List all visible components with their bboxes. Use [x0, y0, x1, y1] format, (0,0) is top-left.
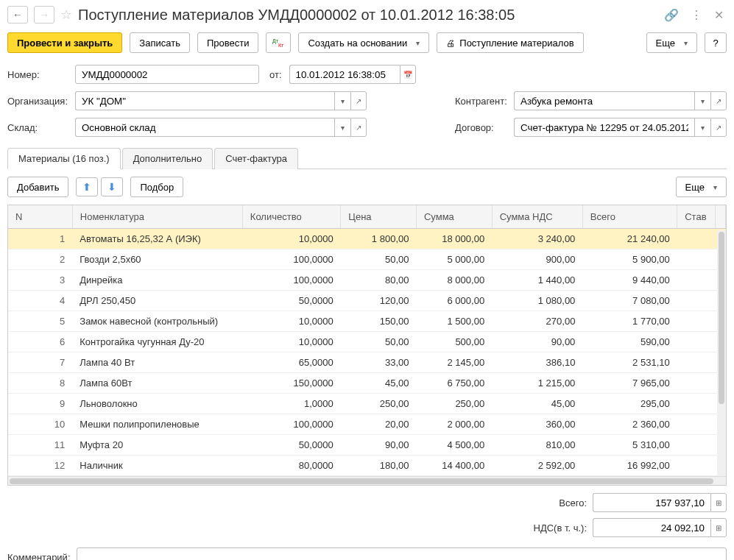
total-calc-icon[interactable]: ⊞ [710, 493, 727, 512]
arrow-down-icon: ⬇ [107, 181, 116, 193]
warehouse-label: Склад: [7, 122, 68, 133]
warehouse-input[interactable] [75, 118, 334, 137]
contract-open-icon[interactable]: ↗ [710, 118, 727, 137]
total-value[interactable] [593, 493, 710, 512]
total-label: Всего: [559, 497, 587, 508]
add-button[interactable]: Добавить [7, 177, 68, 197]
th-sum[interactable]: Сумма [416, 205, 492, 229]
comment-input[interactable] [77, 547, 727, 560]
table-row[interactable]: 3Динрейка100,000080,008 000,001 440,009 … [8, 270, 726, 291]
org-input[interactable] [75, 91, 334, 110]
more-button[interactable]: Еще [646, 32, 697, 53]
dtkt-button[interactable]: ДтКт [266, 32, 291, 53]
table-row[interactable]: 5Замок навесной (контрольный)10,0000150,… [8, 311, 726, 332]
table-row[interactable]: 12Наличник80,0000180,0014 400,002 592,00… [8, 456, 726, 476]
help-button[interactable]: ? [705, 32, 727, 53]
warehouse-open-icon[interactable]: ↗ [350, 118, 367, 137]
create-based-button[interactable]: Создать на основании [298, 32, 429, 53]
number-input[interactable] [75, 65, 259, 84]
org-label: Организация: [7, 96, 68, 107]
table-row[interactable]: 8Лампа 60Вт150,000045,006 750,001 215,00… [8, 373, 726, 394]
tab-materials[interactable]: Материалы (16 поз.) [7, 148, 121, 169]
link-icon[interactable]: 🔗 [661, 8, 682, 22]
pick-button[interactable]: Подбор [130, 177, 183, 197]
th-vat[interactable]: Сумма НДС [492, 205, 582, 229]
move-up-button[interactable]: ⬆ [76, 177, 98, 196]
org-dropdown-icon[interactable]: ▾ [334, 91, 350, 110]
table-row[interactable]: 2Гвозди 2,5х60100,000050,005 000,00900,0… [8, 249, 726, 270]
vat-value[interactable] [593, 518, 710, 537]
svg-text:Кт: Кт [278, 43, 284, 48]
tab-more-button[interactable]: Еще [676, 177, 727, 197]
favorite-star-icon[interactable]: ☆ [60, 7, 72, 23]
table-row[interactable]: 10Мешки полипропиленовые100,000020,002 0… [8, 414, 726, 435]
table-row[interactable]: 7Лампа 40 Вт65,000033,002 145,00386,102 … [8, 352, 726, 373]
th-total[interactable]: Всего [582, 205, 677, 229]
table-row[interactable]: 11Муфта 2050,000090,004 500,00810,005 31… [8, 435, 726, 456]
nav-forward-button[interactable]: → [34, 6, 54, 24]
table-row[interactable]: 1Автоматы 16,25,32 А (ИЭК)10,00001 800,0… [8, 229, 726, 249]
close-icon[interactable]: ✕ [711, 8, 727, 22]
counterparty-label: Контрагент: [455, 96, 507, 107]
menu-dots-icon[interactable]: ⋮ [688, 8, 705, 22]
vat-calc-icon[interactable]: ⊞ [710, 518, 727, 537]
th-rate[interactable]: Став [677, 205, 715, 229]
page-title: Поступление материалов УМДД0000002 от 10… [78, 7, 655, 24]
table-row[interactable]: 9Льноволокно1,0000250,00250,0045,00295,0… [8, 394, 726, 414]
counterparty-dropdown-icon[interactable]: ▾ [694, 91, 710, 110]
th-n[interactable]: N [8, 205, 72, 229]
vat-label: НДС(в т. ч.): [534, 522, 587, 534]
save-button[interactable]: Записать [130, 32, 190, 53]
counterparty-open-icon[interactable]: ↗ [710, 91, 727, 110]
number-label: Номер: [7, 69, 68, 80]
tab-invoice[interactable]: Счет-фактура [214, 148, 298, 169]
org-open-icon[interactable]: ↗ [350, 91, 367, 110]
counterparty-input[interactable] [514, 91, 694, 110]
receipt-materials-button[interactable]: Поступление материалов [437, 32, 583, 53]
print-icon [446, 38, 455, 49]
contract-dropdown-icon[interactable]: ▾ [694, 118, 710, 137]
materials-table: N Номенклатура Количество Цена Сумма Сум… [8, 205, 726, 476]
nav-back-button[interactable]: ← [7, 6, 28, 24]
table-row[interactable]: 4ДРЛ 250,45050,0000120,006 000,001 080,0… [8, 291, 726, 311]
table-row[interactable]: 6Контрогайка чугунная Ду-2010,000050,005… [8, 332, 726, 352]
th-qty[interactable]: Количество [242, 205, 340, 229]
arrow-up-icon: ⬆ [82, 181, 91, 193]
post-button[interactable]: Провести [197, 32, 259, 53]
post-and-close-button[interactable]: Провести и закрыть [7, 32, 122, 53]
vertical-scrollbar[interactable] [717, 230, 726, 476]
date-input[interactable] [289, 65, 400, 84]
contract-label: Договор: [455, 122, 507, 133]
comment-label: Комментарий: [7, 552, 71, 561]
contract-input[interactable] [514, 118, 694, 137]
warehouse-dropdown-icon[interactable]: ▾ [334, 118, 350, 137]
calendar-icon[interactable]: 📅 [400, 65, 416, 84]
tab-additional[interactable]: Дополнительно [122, 148, 214, 169]
date-label: от: [269, 69, 282, 80]
horizontal-scrollbar[interactable] [8, 476, 726, 485]
move-down-button[interactable]: ⬇ [101, 177, 123, 196]
th-item[interactable]: Номенклатура [72, 205, 242, 229]
th-price[interactable]: Цена [341, 205, 417, 229]
